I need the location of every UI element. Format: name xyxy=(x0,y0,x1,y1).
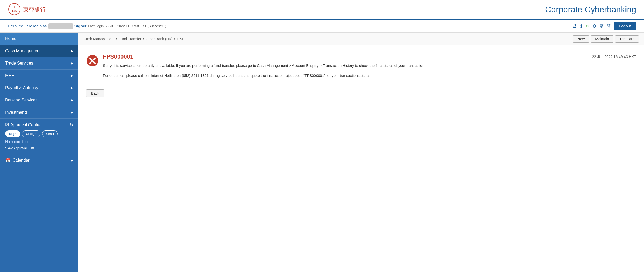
sidebar-calendar-label: Calendar xyxy=(13,158,30,163)
view-approval-lists-link[interactable]: View Approval Lists xyxy=(5,146,35,150)
approval-centre: ☑ Approval Centre ↻ Sign Unsign Send No … xyxy=(0,119,78,154)
error-message-line1: Sorry, this service is temporarily unava… xyxy=(103,63,636,69)
chevron-right-icon: ▶ xyxy=(71,111,73,114)
greeting-text: Hello! You are login as xyxy=(8,24,47,28)
sidebar-item-investments[interactable]: Investments ▶ xyxy=(0,106,78,119)
bea-logo: ⊕ BEA xyxy=(8,3,21,16)
approval-centre-header: ☑ Approval Centre ↻ xyxy=(5,122,73,127)
breadcrumb: Cash Management > Fund Transfer > Other … xyxy=(84,37,184,41)
print-button[interactable]: 🖨 xyxy=(572,23,577,29)
approval-centre-checkbox-icon: ☑ xyxy=(5,122,9,127)
sidebar-mpf-label: MPF xyxy=(5,73,14,78)
toolbar-icons: 🖨 ℹ ✉ ⚙ 繁 簡 Logout xyxy=(572,22,636,30)
content-area: Cash Management > Fund Transfer > Other … xyxy=(78,33,644,272)
chevron-right-icon: ▶ xyxy=(71,98,73,102)
username-text xyxy=(48,23,73,29)
approval-unsign-button[interactable]: Unsign xyxy=(22,130,40,137)
logout-button[interactable]: Logout xyxy=(614,22,636,30)
error-top-row: FPS000001 22 JUL 2022 16:49:43 HKT xyxy=(103,53,636,60)
calendar-label-area: 📅 Calendar xyxy=(5,158,30,163)
chevron-right-icon: ▶ xyxy=(71,74,73,77)
sidebar-item-home[interactable]: Home xyxy=(0,33,78,45)
approval-send-button[interactable]: Send xyxy=(42,130,58,137)
sidebar-item-banking-services[interactable]: Banking Services ▶ xyxy=(0,94,78,106)
action-bar: Cash Management > Fund Transfer > Other … xyxy=(78,33,644,46)
logo-area: ⊕ BEA 東亞銀行 xyxy=(8,3,46,16)
error-panel: FPS000001 22 JUL 2022 16:49:43 HKT Sorry… xyxy=(78,46,644,103)
page-header: ⊕ BEA 東亞銀行 Corporate Cyberbanking xyxy=(0,0,644,20)
simplified-chinese-button[interactable]: 簡 xyxy=(607,24,611,29)
template-button[interactable]: Template xyxy=(615,35,639,43)
approval-centre-title-area: ☑ Approval Centre xyxy=(5,122,41,127)
login-info: Hello! You are login as Signer Last Logi… xyxy=(8,23,166,29)
new-button[interactable]: New xyxy=(573,35,589,43)
bea-logo-icon: ⊕ BEA xyxy=(8,3,21,16)
sidebar-item-calendar[interactable]: 📅 Calendar ▶ xyxy=(0,154,78,166)
maintain-button[interactable]: Maintain xyxy=(591,35,613,43)
last-login-text: Last Login: 22 JUL 2022 11:55:58 HKT (Su… xyxy=(88,24,166,28)
approval-buttons: Sign Unsign Send xyxy=(5,130,73,137)
error-divider xyxy=(86,84,636,84)
chevron-right-icon: ▶ xyxy=(71,86,73,90)
site-title: Corporate Cyberbanking xyxy=(545,5,636,14)
sidebar-trade-services-label: Trade Services xyxy=(5,61,33,66)
chevron-right-icon: ▶ xyxy=(71,158,73,162)
mail-button[interactable]: ✉ xyxy=(585,23,589,29)
signer-label: Signer xyxy=(74,24,87,28)
back-button[interactable]: Back xyxy=(86,89,104,97)
approval-centre-refresh-icon[interactable]: ↻ xyxy=(70,122,73,127)
traditional-chinese-button[interactable]: 繁 xyxy=(600,24,604,29)
sidebar-banking-services-label: Banking Services xyxy=(5,98,38,103)
svg-point-0 xyxy=(9,3,20,15)
no-record-text: No record found. xyxy=(5,140,73,144)
approval-centre-label: Approval Centre xyxy=(10,123,41,127)
calendar-icon: 📅 xyxy=(5,158,10,163)
action-buttons: New Maintain Template xyxy=(573,35,639,43)
sidebar: Home Cash Management ▶ Trade Services ▶ … xyxy=(0,33,78,272)
sidebar-item-cash-management[interactable]: Cash Management ▶ xyxy=(0,45,78,57)
chevron-right-icon: ▶ xyxy=(71,49,73,53)
error-code: FPS000001 xyxy=(103,53,133,60)
settings-button[interactable]: ⚙ xyxy=(592,23,596,29)
sidebar-payroll-label: Payroll & Autopay xyxy=(5,86,38,90)
error-content-right: FPS000001 22 JUL 2022 16:49:43 HKT Sorry… xyxy=(103,53,636,79)
sidebar-investments-label: Investments xyxy=(5,110,28,115)
error-message-line2: For enquiries, please call our Internet … xyxy=(103,73,636,78)
sidebar-item-mpf[interactable]: MPF ▶ xyxy=(0,70,78,82)
error-icon xyxy=(86,54,99,67)
approval-sign-button[interactable]: Sign xyxy=(5,130,20,137)
info-button[interactable]: ℹ xyxy=(580,23,582,29)
svg-text:⊕: ⊕ xyxy=(13,5,15,8)
logo-chinese-text: 東亞銀行 xyxy=(23,6,46,14)
chevron-right-icon: ▶ xyxy=(71,61,73,65)
login-bar: Hello! You are login as Signer Last Logi… xyxy=(0,20,644,33)
sidebar-item-trade-services[interactable]: Trade Services ▶ xyxy=(0,57,78,70)
svg-text:BEA: BEA xyxy=(12,9,17,12)
main-layout: Home Cash Management ▶ Trade Services ▶ … xyxy=(0,33,644,272)
sidebar-item-payroll-autopay[interactable]: Payroll & Autopay ▶ xyxy=(0,82,78,94)
error-header: FPS000001 22 JUL 2022 16:49:43 HKT Sorry… xyxy=(86,53,636,79)
error-timestamp: 22 JUL 2022 16:49:43 HKT xyxy=(592,55,636,59)
sidebar-home-label: Home xyxy=(5,36,16,41)
sidebar-cash-management-label: Cash Management xyxy=(5,49,40,53)
